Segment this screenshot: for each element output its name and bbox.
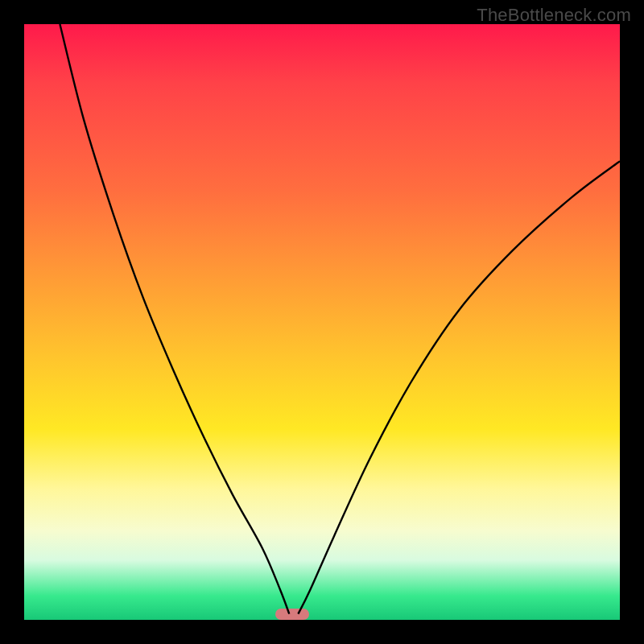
- plot-area: [24, 24, 620, 620]
- bottleneck-curve: [24, 24, 620, 620]
- chart-frame: TheBottleneck.com: [0, 0, 644, 644]
- curve-right: [298, 161, 620, 613]
- watermark-text: TheBottleneck.com: [477, 5, 631, 26]
- curve-left: [60, 24, 289, 614]
